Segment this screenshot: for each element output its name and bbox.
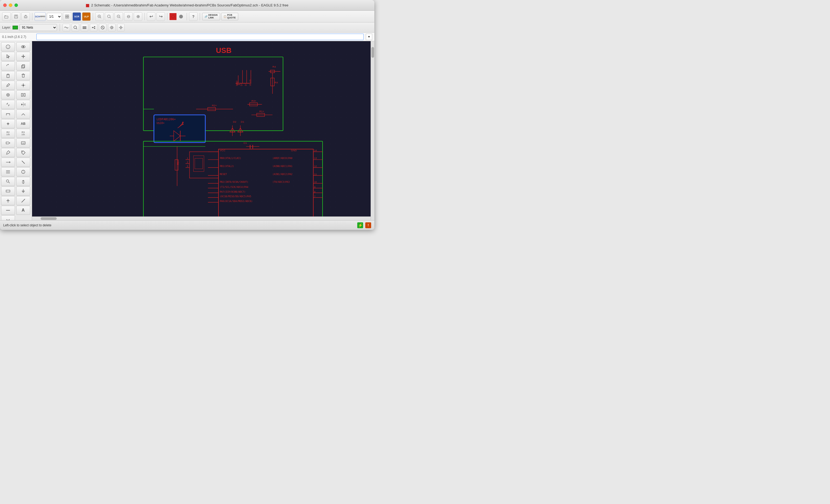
- svg-rect-46: [23, 74, 24, 74]
- design-link-button[interactable]: 🔗 DESIGNLINK: [202, 13, 220, 20]
- warning-status-icon[interactable]: !: [365, 222, 371, 228]
- print-button[interactable]: [22, 12, 30, 21]
- page-selector[interactable]: 1/1: [47, 13, 62, 20]
- zoom-in-button[interactable]: [95, 12, 104, 21]
- zoom-select-btn[interactable]: [72, 24, 79, 31]
- scr-button[interactable]: SCR: [72, 12, 81, 21]
- connect-tool[interactable]: [1, 158, 15, 167]
- zoom-fit-button[interactable]: [105, 12, 114, 21]
- netlist-btn[interactable]: [90, 24, 97, 31]
- brd-label: /BRD: [40, 15, 45, 18]
- smash-tool[interactable]: [16, 81, 30, 90]
- layer-dropdown[interactable]: 91 Nets: [20, 24, 57, 31]
- rotate-tool[interactable]: [1, 62, 15, 71]
- ulp-button[interactable]: ULP: [82, 12, 91, 21]
- svg-text:R2+: R2+: [212, 104, 217, 107]
- r3-tool[interactable]: R3 10k: [16, 129, 30, 138]
- svg-point-16: [107, 15, 110, 18]
- minimize-button[interactable]: [9, 3, 12, 7]
- pcb-quote-button[interactable]: 📋 PCBQUOTE: [221, 13, 238, 20]
- split-tool[interactable]: [1, 100, 15, 109]
- mirror-tool[interactable]: [16, 100, 30, 109]
- textA-tool[interactable]: A: [16, 206, 30, 215]
- delete-tool[interactable]: [16, 71, 30, 80]
- svg-rect-40: [22, 65, 25, 68]
- open-button[interactable]: [2, 12, 11, 21]
- command-dropdown-btn[interactable]: ▼: [366, 34, 372, 40]
- zoom-out-button[interactable]: [115, 12, 123, 21]
- settings-btn[interactable]: [108, 24, 116, 31]
- arch-tool[interactable]: [16, 167, 30, 176]
- svg-line-20: [120, 18, 120, 18]
- drc-btn[interactable]: [99, 24, 106, 31]
- plus-tool[interactable]: +: [1, 119, 15, 128]
- redo-button[interactable]: ↪: [156, 12, 165, 21]
- command-input[interactable]: [36, 34, 364, 40]
- wire2-tool[interactable]: [16, 109, 30, 119]
- paste-tool[interactable]: [1, 71, 15, 80]
- stop-button[interactable]: [169, 13, 177, 20]
- info-tool[interactable]: i: [1, 42, 15, 51]
- run-button[interactable]: [178, 13, 185, 20]
- scroll-thumb-v[interactable]: [372, 47, 374, 58]
- move-tool[interactable]: [16, 52, 30, 61]
- move2-tool[interactable]: [16, 177, 30, 186]
- svg-rect-41: [22, 65, 24, 68]
- svg-line-81: [22, 199, 25, 203]
- lightning-status-icon[interactable]: ⚡: [357, 222, 363, 228]
- help-button[interactable]: ?: [189, 12, 198, 21]
- label-tool[interactable]: [1, 138, 15, 147]
- group-button[interactable]: [63, 12, 71, 21]
- copy-tool[interactable]: [16, 62, 30, 71]
- main-toolbar: SCH /BRD 1/1 SCR ULP ⊖ ⊕ ↩ ↪ ? 🔗 DESIGNL…: [0, 11, 374, 23]
- led-name: LEDFAB1206+: [157, 117, 176, 121]
- maximize-button[interactable]: [14, 3, 18, 7]
- save-button[interactable]: [12, 12, 20, 21]
- scroll-thumb[interactable]: [41, 217, 57, 220]
- secondary-toolbar: Layer: 91 Nets: [0, 23, 374, 33]
- svg-rect-6: [25, 15, 27, 16]
- tag-tool[interactable]: [16, 148, 30, 157]
- align-tool[interactable]: [16, 90, 30, 99]
- search2-tool[interactable]: [1, 177, 15, 186]
- split2-tool[interactable]: [1, 187, 15, 196]
- netname-tool[interactable]: net: [16, 138, 30, 147]
- pa3-pin: (T0/ADC3)PA3: [273, 181, 290, 183]
- bottom-scrollbar[interactable]: [32, 216, 371, 220]
- line-tool[interactable]: [1, 206, 15, 215]
- undo-button[interactable]: ↩: [147, 12, 155, 21]
- wire-tool[interactable]: [1, 109, 15, 119]
- add-pin-tool[interactable]: [1, 90, 15, 99]
- close-button[interactable]: [3, 3, 7, 7]
- svg-text:13: 13: [314, 157, 317, 160]
- svg-line-22: [76, 28, 77, 29]
- paint-tool[interactable]: [1, 148, 15, 157]
- zoom-area-button[interactable]: ⊕: [134, 12, 142, 21]
- eye-tool[interactable]: [16, 42, 30, 51]
- wave-btn[interactable]: [63, 24, 70, 31]
- gnd-tool[interactable]: [16, 187, 30, 196]
- vcc-tool[interactable]: [1, 196, 15, 205]
- zoom-out2-button[interactable]: ⊖: [124, 12, 133, 21]
- svg-rect-25: [83, 28, 86, 29]
- show-hide-icon: [82, 25, 87, 30]
- slash-tool[interactable]: [16, 196, 30, 205]
- r2-tool[interactable]: R2 10k: [1, 129, 15, 138]
- text-tool[interactable]: AB: [16, 119, 30, 128]
- select-tool[interactable]: [1, 52, 15, 61]
- bus-tool[interactable]: [16, 158, 30, 167]
- sch-brd-button[interactable]: SCH /BRD: [34, 12, 46, 21]
- pcb-quote-label: PCBQUOTE: [227, 14, 236, 19]
- svg-rect-3: [15, 15, 17, 16]
- parallel-tool[interactable]: [1, 167, 15, 176]
- pa5-pin: (OC1B/MISO/DO/ADC5)PA5: [220, 195, 251, 198]
- svg-text:3: 3: [187, 165, 188, 168]
- settings2-btn[interactable]: [117, 24, 125, 31]
- right-scrollbar[interactable]: [371, 41, 374, 220]
- svg-line-64: [22, 161, 25, 164]
- svg-line-32: [102, 27, 103, 28]
- svg-text:R4: R4: [273, 65, 276, 68]
- tools-tool[interactable]: [1, 81, 15, 90]
- expand-tool[interactable]: [1, 215, 15, 220]
- show-hide-btn[interactable]: [81, 24, 88, 31]
